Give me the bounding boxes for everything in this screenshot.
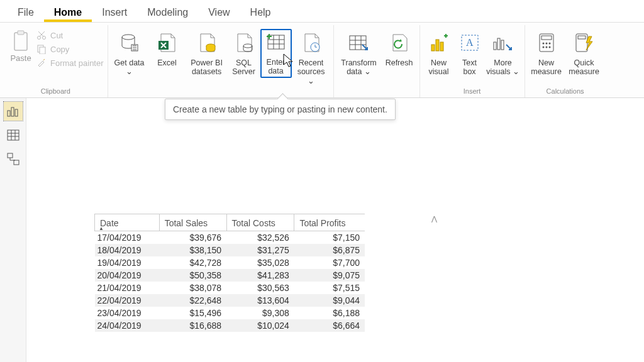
recent-sources-button[interactable]: Recent sources ⌄	[292, 29, 331, 87]
table-row[interactable]: 24/04/2019$16,688$10,024$6,664	[95, 319, 365, 332]
table-row[interactable]: 21/04/2019$38,078$30,563$7,515	[95, 282, 365, 294]
more-visuals-icon	[491, 31, 516, 55]
tab-file[interactable]: File	[8, 2, 44, 22]
new-measure-button[interactable]: New measure	[528, 29, 565, 79]
more-visuals-button[interactable]: More visuals ⌄	[484, 29, 522, 79]
svg-rect-36	[8, 153, 13, 158]
chart-icon	[426, 31, 452, 55]
tab-help[interactable]: Help	[240, 2, 281, 22]
tab-modeling[interactable]: Modeling	[137, 2, 198, 22]
brush-icon	[36, 58, 47, 68]
data-view-button[interactable]	[4, 126, 23, 145]
get-data-button[interactable]: Get data ⌄	[111, 29, 148, 79]
table-cell: $31,275	[226, 244, 294, 256]
table-cell: $7,515	[294, 282, 365, 294]
sql-icon	[231, 31, 257, 55]
table-cell: $9,308	[226, 307, 294, 319]
model-view-button[interactable]	[4, 150, 23, 168]
table-cell: $7,700	[294, 256, 365, 269]
svg-rect-31	[578, 36, 586, 39]
new-visual-label: New visual	[425, 58, 453, 77]
copy-label: Copy	[50, 45, 69, 54]
svg-text:A: A	[466, 37, 474, 48]
ribbon: Paste Cut Copy Format painter Clipboard	[0, 23, 644, 98]
table-cell: $22,648	[159, 294, 226, 307]
excel-icon	[155, 31, 180, 55]
pbi-datasets-button[interactable]: Power BI datasets	[186, 29, 228, 79]
table-cell: $35,028	[226, 256, 294, 269]
table-row[interactable]: 19/04/2019$42,728$35,028$7,700	[95, 256, 365, 269]
table-cell: 24/04/2019	[95, 319, 160, 332]
svg-rect-15	[436, 40, 439, 51]
report-view-button[interactable]	[4, 102, 23, 121]
group-calculations: New measure Quick measure Calculations	[525, 25, 606, 97]
enter-data-button[interactable]: Enter data	[260, 29, 292, 78]
svg-point-29	[548, 47, 550, 48]
table-row[interactable]: 17/04/2019$39,676$32,526$7,150	[95, 231, 365, 244]
tab-insert[interactable]: Insert	[92, 2, 137, 22]
svg-rect-23	[541, 36, 552, 40]
format-painter-button[interactable]: Format painter	[36, 58, 104, 68]
group-label-clipboard: Clipboard	[6, 86, 105, 97]
new-measure-label: New measure	[530, 58, 564, 77]
paste-button[interactable]: Paste	[6, 29, 35, 64]
table-cell: 17/04/2019	[95, 231, 160, 244]
excel-label: Excel	[157, 58, 177, 77]
new-visual-button[interactable]: New visual	[423, 29, 455, 79]
svg-rect-16	[440, 42, 443, 51]
quick-measure-icon	[572, 31, 597, 55]
excel-button[interactable]: Excel	[148, 29, 186, 79]
table-row[interactable]: 18/04/2019$38,150$31,275$6,875	[95, 244, 365, 256]
pbi-datasets-label: Power BI datasets	[188, 58, 226, 77]
tab-home[interactable]: Home	[44, 2, 92, 22]
table-row[interactable]: 23/04/2019$15,496$9,308$6,188	[95, 307, 365, 319]
sql-server-button[interactable]: SQL Server	[228, 29, 260, 79]
table-cell: 21/04/2019	[95, 282, 160, 294]
svg-rect-19	[494, 42, 496, 50]
table-cell: $16,688	[159, 319, 226, 332]
table-cell: $32,526	[226, 231, 294, 244]
column-header[interactable]: Date	[95, 214, 160, 231]
svg-point-26	[548, 43, 550, 45]
column-header[interactable]: Total Profits	[294, 214, 365, 231]
table-row[interactable]: 20/04/2019$50,358$41,283$9,075	[95, 269, 365, 282]
text-box-label: Text box	[457, 58, 482, 77]
copy-button[interactable]: Copy	[36, 44, 104, 54]
group-insert: New visual A Text box More visuals ⌄ Ins…	[420, 25, 525, 97]
refresh-icon	[387, 31, 412, 55]
group-label-queries	[336, 86, 417, 97]
group-label-calculations: Calculations	[528, 86, 603, 97]
pbi-datasets-icon	[194, 31, 219, 55]
svg-point-6	[122, 35, 135, 40]
transform-data-button[interactable]: Transform data ⌄	[336, 29, 382, 79]
cut-label: Cut	[50, 31, 63, 40]
tooltip-enter-data: Create a new table by typing or pasting …	[165, 99, 396, 120]
refresh-button[interactable]: Refresh	[382, 29, 417, 79]
table-cell: $13,604	[226, 294, 294, 307]
table-cell: $7,150	[294, 231, 365, 244]
scissors-icon	[36, 30, 47, 40]
refresh-label: Refresh	[386, 58, 413, 77]
sql-server-label: SQL Server	[230, 58, 258, 77]
cut-button[interactable]: Cut	[36, 30, 104, 40]
quick-measure-label: Quick measure	[567, 58, 601, 77]
paste-label: Paste	[10, 53, 31, 63]
text-box-icon: A	[457, 31, 482, 55]
table-cell: $6,664	[294, 319, 365, 332]
svg-rect-0	[14, 33, 27, 50]
table-row[interactable]: 22/04/2019$22,648$13,604$9,044	[95, 294, 365, 307]
table-visual[interactable]: ⋀ DateTotal SalesTotal CostsTotal Profit…	[94, 214, 409, 332]
svg-point-28	[545, 47, 547, 48]
table-cell: $30,563	[226, 282, 294, 294]
column-header[interactable]: Total Costs	[226, 214, 294, 231]
quick-measure-button[interactable]: Quick measure	[565, 29, 603, 79]
table-cell: $10,024	[226, 319, 294, 332]
table-cell: 23/04/2019	[95, 307, 160, 319]
tab-view[interactable]: View	[198, 2, 240, 22]
table-cell: $39,676	[159, 231, 226, 244]
table-cell: $9,075	[294, 269, 365, 282]
text-box-button[interactable]: A Text box	[455, 29, 484, 79]
svg-rect-33	[11, 107, 14, 116]
column-header[interactable]: Total Sales	[159, 214, 226, 231]
scroll-up-icon[interactable]: ⋀	[429, 214, 439, 224]
